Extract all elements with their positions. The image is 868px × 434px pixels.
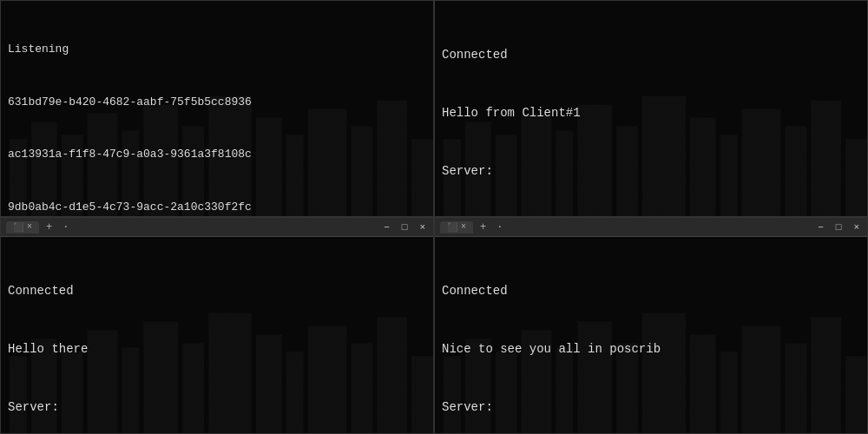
tab-br[interactable]: ⬛ × [440, 221, 473, 233]
tab-bl[interactable]: ⬛ × [6, 221, 39, 233]
bl-line-2: Server: [8, 398, 426, 417]
terminal-bottom-right: ⬛ × + · − □ × Connected Nice to see you … [434, 217, 868, 434]
br-line-1: Nice to see you all in poscrib [442, 339, 860, 358]
line-1: 631bd79e-b420-4682-aabf-75f5b5cc8936 [8, 94, 426, 111]
titlebar-bottom-left: ⬛ × + · − □ × [1, 218, 433, 237]
tab-icon-bl: ⬛ [13, 222, 23, 233]
tr-line-1: Hello from Client#1 [442, 103, 860, 122]
terminal-top-left-content: Listening 631bd79e-b420-4682-aabf-75f5b5… [1, 1, 433, 217]
maximize-btn-bl[interactable]: □ [399, 222, 411, 233]
line-3: 9db0ab4c-d1e5-4c73-9acc-2a10c330f2fc [8, 199, 426, 216]
line-2: ac13931a-f1f8-47c9-a0a3-9361a3f8108c [8, 146, 426, 163]
minimize-btn-br[interactable]: − [815, 222, 826, 233]
terminal-grid: Listening 631bd79e-b420-4682-aabf-75f5b5… [0, 0, 868, 434]
minimize-btn-bl[interactable]: − [381, 222, 392, 233]
close-btn-bl[interactable]: × [417, 222, 428, 233]
titlebar-left-br: ⬛ × + · [440, 221, 815, 233]
titlebar-bottom-right: ⬛ × + · − □ × [435, 218, 867, 237]
br-line-2: Server: [442, 398, 860, 417]
bl-line-1: Hello there [8, 339, 426, 358]
terminal-bottom-right-content: Connected Nice to see you all in poscrib… [435, 237, 867, 434]
tab-dots-bl[interactable]: · [59, 221, 72, 233]
br-line-0: Connected [442, 281, 860, 300]
tab-add-bl[interactable]: + [43, 221, 56, 233]
titlebar-left-bl: ⬛ × + · [6, 221, 381, 233]
tab-close-bl[interactable]: × [27, 222, 32, 232]
maximize-btn-br[interactable]: □ [833, 222, 845, 233]
terminal-top-right: Connected Hello from Client#1 Server: Le… [434, 0, 868, 217]
terminal-bottom-left: ⬛ × + · − □ × Connected Hello there Serv… [0, 217, 434, 434]
titlebar-right-bl: − □ × [381, 222, 428, 233]
bl-line-0: Connected [8, 281, 426, 300]
tab-close-br[interactable]: × [461, 222, 466, 232]
line-0: Listening [8, 41, 426, 58]
terminal-bottom-left-content: Connected Hello there Server: Lets ping … [1, 237, 433, 434]
terminal-top-left: Listening 631bd79e-b420-4682-aabf-75f5b5… [0, 0, 434, 217]
tab-dots-br[interactable]: · [493, 221, 506, 233]
tab-icon-br: ⬛ [447, 222, 457, 233]
close-btn-br[interactable]: × [851, 222, 862, 233]
terminal-top-right-content: Connected Hello from Client#1 Server: Le… [435, 1, 867, 217]
titlebar-right-br: − □ × [815, 222, 862, 233]
tr-line-0: Connected [442, 45, 860, 64]
tr-line-2: Server: [442, 161, 860, 181]
tab-add-br[interactable]: + [477, 221, 490, 233]
